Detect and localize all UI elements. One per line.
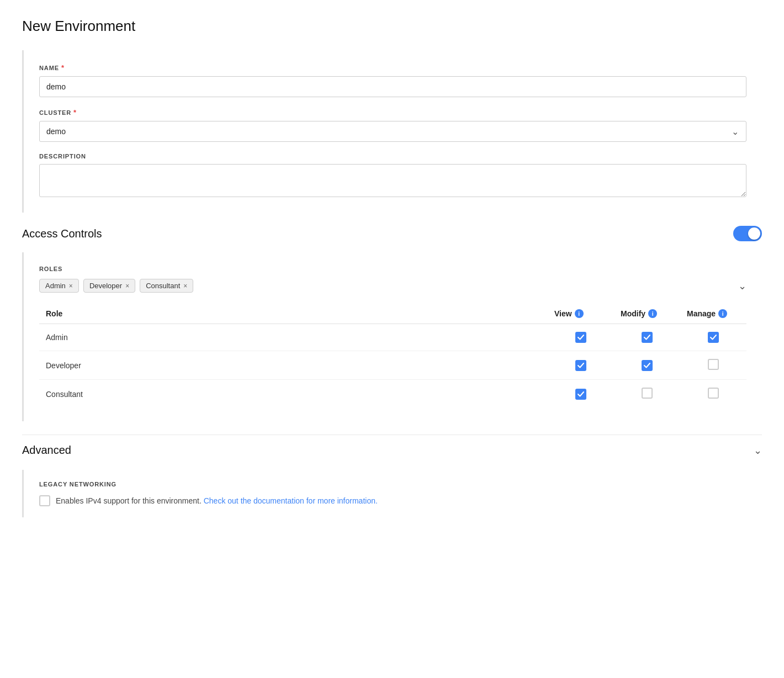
role-name-consultant: Consultant — [39, 380, 548, 409]
roles-section: ROLES Admin × Developer × Consultant × ⌄ — [22, 252, 762, 421]
name-required-star: * — [61, 63, 65, 72]
developer-modify-cell — [614, 351, 680, 380]
advanced-chevron-icon: ⌄ — [754, 444, 762, 457]
advanced-title: Advanced — [22, 444, 71, 457]
roles-label: ROLES — [39, 266, 746, 272]
cluster-select[interactable]: demo — [39, 121, 746, 142]
admin-modify-cell — [614, 324, 680, 351]
role-tag-admin: Admin × — [39, 279, 79, 293]
developer-view-checkbox[interactable] — [575, 360, 586, 371]
role-tag-admin-label: Admin — [45, 282, 66, 290]
permissions-table: Role View i Modify i — [39, 304, 746, 408]
consultant-view-checkbox[interactable] — [575, 389, 586, 400]
role-name-developer: Developer — [39, 351, 548, 380]
manage-info-icon[interactable]: i — [718, 309, 727, 318]
admin-view-cell — [548, 324, 614, 351]
developer-view-cell — [548, 351, 614, 380]
developer-manage-cell — [680, 351, 746, 380]
col-header-manage: Manage i — [680, 304, 746, 324]
role-tag-developer-label: Developer — [89, 282, 122, 290]
modify-info-icon[interactable]: i — [648, 309, 657, 318]
cluster-field-group: CLUSTER * demo ⌄ — [39, 108, 746, 142]
col-header-view: View i — [548, 304, 614, 324]
role-tag-consultant: Consultant × — [140, 279, 193, 293]
table-row: Consultant — [39, 380, 746, 409]
legacy-networking-section: LEGACY NETWORKING Enables IPv4 support f… — [22, 470, 762, 517]
role-tag-developer-remove[interactable]: × — [125, 283, 129, 289]
permissions-table-body: Admin — [39, 324, 746, 409]
developer-manage-checkbox[interactable] — [708, 359, 719, 370]
role-tag-consultant-label: Consultant — [146, 282, 180, 290]
roles-tags-container: Admin × Developer × Consultant × — [39, 279, 193, 293]
legacy-networking-link[interactable]: Check out the documentation for more inf… — [204, 496, 378, 505]
cluster-select-wrapper: demo ⌄ — [39, 121, 746, 142]
admin-modify-checkbox[interactable] — [642, 332, 653, 343]
admin-view-checkbox[interactable] — [575, 332, 586, 343]
basic-info-section: NAME * CLUSTER * demo ⌄ DESCRIPTION — [22, 50, 762, 213]
consultant-manage-cell — [680, 380, 746, 409]
admin-manage-cell — [680, 324, 746, 351]
roles-tags-row: Admin × Developer × Consultant × ⌄ — [39, 279, 746, 293]
consultant-modify-checkbox[interactable] — [642, 388, 653, 399]
description-input[interactable] — [39, 164, 746, 197]
role-tag-admin-remove[interactable]: × — [69, 283, 73, 289]
description-field-group: DESCRIPTION — [39, 153, 746, 199]
col-header-modify: Modify i — [614, 304, 680, 324]
cluster-label: CLUSTER * — [39, 108, 746, 116]
table-header-row: Role View i Modify i — [39, 304, 746, 324]
toggle-thumb — [748, 227, 760, 240]
legacy-networking-row: Enables IPv4 support for this environmen… — [39, 495, 746, 506]
legacy-networking-checkbox[interactable] — [39, 495, 50, 506]
advanced-section: Advanced ⌄ LEGACY NETWORKING Enables IPv… — [22, 435, 762, 517]
description-label: DESCRIPTION — [39, 153, 746, 160]
legacy-networking-label: LEGACY NETWORKING — [39, 481, 746, 488]
view-info-icon[interactable]: i — [575, 309, 584, 318]
consultant-view-cell — [548, 380, 614, 409]
table-row: Admin — [39, 324, 746, 351]
developer-modify-checkbox[interactable] — [642, 360, 653, 371]
col-header-role: Role — [39, 304, 548, 324]
role-name-admin: Admin — [39, 324, 548, 351]
roles-dropdown-chevron-icon[interactable]: ⌄ — [738, 280, 746, 292]
access-controls-header: Access Controls — [22, 226, 762, 241]
consultant-manage-checkbox[interactable] — [708, 388, 719, 399]
toggle-track — [733, 226, 762, 241]
consultant-modify-cell — [614, 380, 680, 409]
name-field-group: NAME * — [39, 63, 746, 108]
access-controls-section: Access Controls ROLES Admin × Developer … — [22, 226, 762, 421]
role-tag-developer: Developer × — [83, 279, 135, 293]
page-title: New Environment — [22, 18, 762, 35]
name-label: NAME * — [39, 63, 746, 72]
access-controls-title: Access Controls — [22, 227, 102, 240]
admin-manage-checkbox[interactable] — [708, 332, 719, 343]
cluster-required-star: * — [73, 108, 77, 116]
advanced-header[interactable]: Advanced ⌄ — [22, 435, 762, 465]
role-tag-consultant-remove[interactable]: × — [183, 283, 187, 289]
table-row: Developer — [39, 351, 746, 380]
name-input[interactable] — [39, 76, 746, 97]
access-controls-toggle[interactable] — [733, 226, 762, 241]
legacy-networking-text: Enables IPv4 support for this environmen… — [56, 496, 378, 505]
